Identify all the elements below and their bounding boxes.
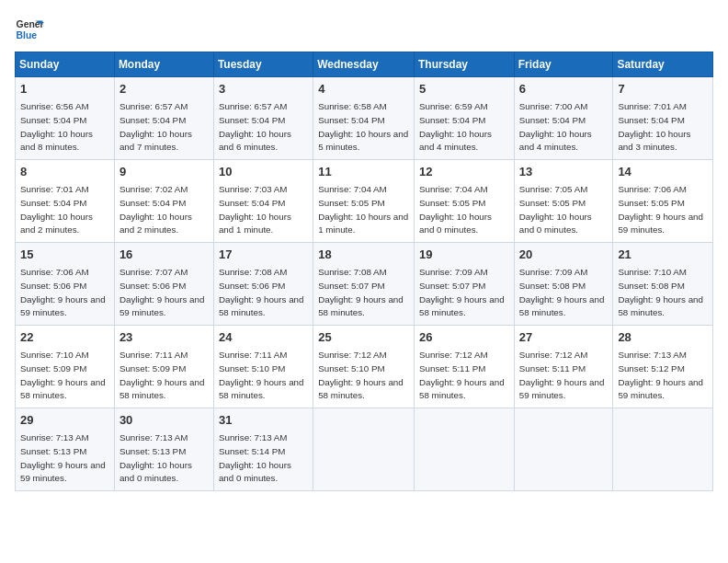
day-info: Sunrise: 7:08 AMSunset: 5:06 PMDaylight:… (219, 267, 304, 317)
day-info: Sunrise: 7:10 AMSunset: 5:08 PMDaylight:… (618, 267, 703, 317)
day-number: 28 (618, 329, 708, 346)
day-number: 17 (219, 247, 308, 263)
day-info: Sunrise: 7:00 AMSunset: 5:04 PMDaylight:… (519, 101, 592, 152)
day-info: Sunrise: 7:11 AMSunset: 5:10 PMDaylight:… (219, 350, 304, 400)
day-info: Sunrise: 6:59 AMSunset: 5:04 PMDaylight:… (419, 101, 492, 152)
day-number: 6 (519, 81, 609, 98)
calendar-cell: 23 Sunrise: 7:11 AMSunset: 5:09 PMDaylig… (114, 326, 213, 408)
day-number: 13 (519, 164, 609, 180)
calendar-cell: 5 Sunrise: 6:59 AMSunset: 5:04 PMDayligh… (415, 77, 515, 160)
calendar-cell (613, 408, 713, 491)
calendar-cell: 12 Sunrise: 7:04 AMSunset: 5:05 PMDaylig… (415, 160, 515, 243)
header-friday: Friday (514, 52, 613, 77)
calendar-cell: 10 Sunrise: 7:03 AMSunset: 5:04 PMDaylig… (213, 160, 313, 243)
day-number: 21 (618, 247, 708, 263)
day-number: 27 (519, 329, 609, 346)
logo: General Blue (15, 15, 44, 44)
day-number: 18 (318, 247, 409, 263)
day-number: 3 (219, 81, 308, 98)
calendar-cell: 3 Sunrise: 6:57 AMSunset: 5:04 PMDayligh… (213, 77, 313, 160)
calendar-cell: 2 Sunrise: 6:57 AMSunset: 5:04 PMDayligh… (114, 77, 213, 160)
day-info: Sunrise: 7:13 AMSunset: 5:13 PMDaylight:… (20, 432, 106, 483)
calendar-cell: 8 Sunrise: 7:01 AMSunset: 5:04 PMDayligh… (16, 160, 115, 243)
day-info: Sunrise: 6:56 AMSunset: 5:04 PMDaylight:… (20, 101, 93, 152)
calendar-cell: 6 Sunrise: 7:00 AMSunset: 5:04 PMDayligh… (514, 77, 613, 160)
day-info: Sunrise: 7:09 AMSunset: 5:08 PMDaylight:… (519, 267, 605, 317)
day-info: Sunrise: 7:12 AMSunset: 5:11 PMDaylight:… (519, 350, 605, 400)
calendar-week-4: 22 Sunrise: 7:10 AMSunset: 5:09 PMDaylig… (16, 326, 713, 408)
day-info: Sunrise: 7:12 AMSunset: 5:10 PMDaylight:… (318, 350, 404, 400)
calendar-cell: 4 Sunrise: 6:58 AMSunset: 5:04 PMDayligh… (313, 77, 415, 160)
day-number: 8 (20, 164, 109, 180)
day-number: 15 (20, 247, 109, 263)
day-number: 7 (618, 81, 708, 98)
day-info: Sunrise: 7:09 AMSunset: 5:07 PMDaylight:… (419, 267, 505, 317)
day-info: Sunrise: 7:08 AMSunset: 5:07 PMDaylight:… (318, 267, 404, 317)
day-number: 2 (119, 81, 209, 98)
header-tuesday: Tuesday (213, 52, 313, 77)
day-number: 26 (419, 329, 509, 346)
day-info: Sunrise: 6:57 AMSunset: 5:04 PMDaylight:… (119, 101, 192, 152)
day-number: 19 (419, 247, 509, 263)
day-info: Sunrise: 7:13 AMSunset: 5:13 PMDaylight:… (119, 432, 192, 483)
logo-icon: General Blue (15, 15, 44, 44)
day-number: 4 (318, 81, 409, 98)
day-number: 25 (318, 329, 409, 346)
calendar-week-1: 1 Sunrise: 6:56 AMSunset: 5:04 PMDayligh… (16, 77, 713, 160)
calendar-cell: 19 Sunrise: 7:09 AMSunset: 5:07 PMDaylig… (415, 243, 515, 326)
header-thursday: Thursday (415, 52, 515, 77)
day-number: 12 (419, 164, 509, 180)
calendar-cell: 18 Sunrise: 7:08 AMSunset: 5:07 PMDaylig… (313, 243, 415, 326)
day-number: 10 (219, 164, 308, 180)
day-number: 11 (318, 164, 409, 180)
day-info: Sunrise: 7:05 AMSunset: 5:05 PMDaylight:… (519, 184, 592, 235)
day-info: Sunrise: 7:11 AMSunset: 5:09 PMDaylight:… (119, 350, 205, 400)
calendar-week-3: 15 Sunrise: 7:06 AMSunset: 5:06 PMDaylig… (16, 243, 713, 326)
calendar-cell (415, 408, 515, 491)
calendar-cell: 11 Sunrise: 7:04 AMSunset: 5:05 PMDaylig… (313, 160, 415, 243)
calendar-cell: 27 Sunrise: 7:12 AMSunset: 5:11 PMDaylig… (514, 326, 613, 408)
day-info: Sunrise: 6:58 AMSunset: 5:04 PMDaylight:… (318, 101, 408, 152)
day-number: 1 (20, 81, 109, 98)
calendar-cell (313, 408, 415, 491)
day-number: 16 (119, 247, 209, 263)
calendar-cell: 15 Sunrise: 7:06 AMSunset: 5:06 PMDaylig… (16, 243, 115, 326)
calendar-cell: 28 Sunrise: 7:13 AMSunset: 5:12 PMDaylig… (613, 326, 713, 408)
day-info: Sunrise: 7:01 AMSunset: 5:04 PMDaylight:… (20, 184, 93, 235)
day-info: Sunrise: 7:01 AMSunset: 5:04 PMDaylight:… (618, 101, 690, 152)
calendar-table: SundayMondayTuesdayWednesdayThursdayFrid… (15, 52, 713, 491)
calendar-week-5: 29 Sunrise: 7:13 AMSunset: 5:13 PMDaylig… (16, 408, 713, 491)
day-number: 5 (419, 81, 509, 98)
calendar-cell: 13 Sunrise: 7:05 AMSunset: 5:05 PMDaylig… (514, 160, 613, 243)
calendar-cell: 31 Sunrise: 7:13 AMSunset: 5:14 PMDaylig… (213, 408, 313, 491)
calendar-cell: 26 Sunrise: 7:12 AMSunset: 5:11 PMDaylig… (415, 326, 515, 408)
calendar-cell: 29 Sunrise: 7:13 AMSunset: 5:13 PMDaylig… (16, 408, 115, 491)
day-info: Sunrise: 6:57 AMSunset: 5:04 PMDaylight:… (219, 101, 291, 152)
header-wednesday: Wednesday (313, 52, 415, 77)
day-info: Sunrise: 7:03 AMSunset: 5:04 PMDaylight:… (219, 184, 291, 235)
calendar-cell (514, 408, 613, 491)
calendar-cell: 7 Sunrise: 7:01 AMSunset: 5:04 PMDayligh… (613, 77, 713, 160)
day-info: Sunrise: 7:06 AMSunset: 5:06 PMDaylight:… (20, 267, 106, 317)
day-info: Sunrise: 7:02 AMSunset: 5:04 PMDaylight:… (119, 184, 192, 235)
header-saturday: Saturday (613, 52, 713, 77)
header-monday: Monday (114, 52, 213, 77)
day-number: 22 (20, 329, 109, 346)
day-info: Sunrise: 7:04 AMSunset: 5:05 PMDaylight:… (318, 184, 408, 235)
day-number: 23 (119, 329, 209, 346)
calendar-cell: 1 Sunrise: 6:56 AMSunset: 5:04 PMDayligh… (16, 77, 115, 160)
calendar-cell: 14 Sunrise: 7:06 AMSunset: 5:05 PMDaylig… (613, 160, 713, 243)
day-info: Sunrise: 7:04 AMSunset: 5:05 PMDaylight:… (419, 184, 492, 235)
day-info: Sunrise: 7:13 AMSunset: 5:12 PMDaylight:… (618, 350, 703, 400)
calendar-cell: 20 Sunrise: 7:09 AMSunset: 5:08 PMDaylig… (514, 243, 613, 326)
day-number: 24 (219, 329, 308, 346)
calendar-cell: 9 Sunrise: 7:02 AMSunset: 5:04 PMDayligh… (114, 160, 213, 243)
page-header: General Blue (15, 15, 713, 44)
header-sunday: Sunday (16, 52, 115, 77)
calendar-cell: 24 Sunrise: 7:11 AMSunset: 5:10 PMDaylig… (213, 326, 313, 408)
day-number: 30 (119, 412, 209, 429)
day-number: 31 (219, 412, 308, 429)
day-info: Sunrise: 7:06 AMSunset: 5:05 PMDaylight:… (618, 184, 703, 235)
calendar-cell: 17 Sunrise: 7:08 AMSunset: 5:06 PMDaylig… (213, 243, 313, 326)
calendar-cell: 30 Sunrise: 7:13 AMSunset: 5:13 PMDaylig… (114, 408, 213, 491)
